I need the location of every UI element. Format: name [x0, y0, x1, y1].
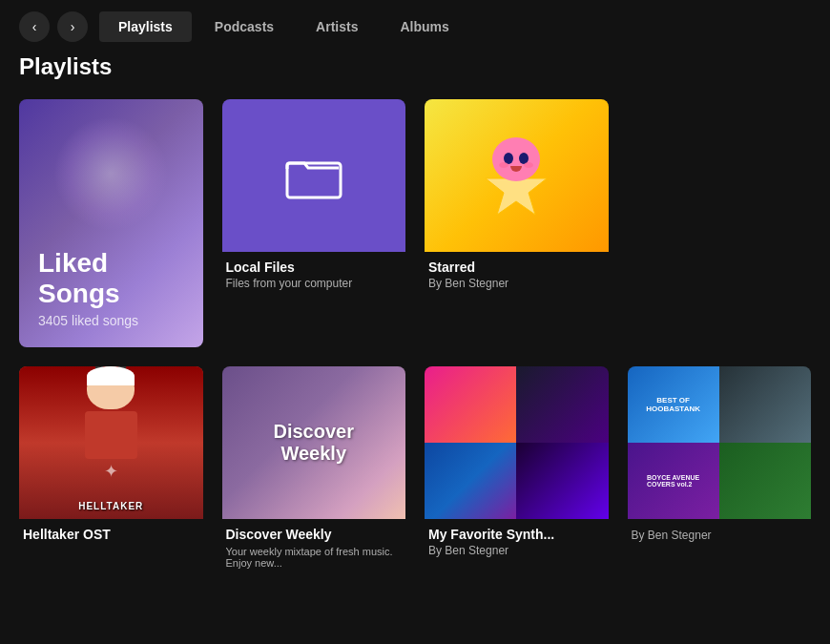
local-files-image — [222, 99, 406, 252]
forward-button[interactable]: › — [57, 11, 88, 42]
liked-songs-title: Liked Songs — [38, 248, 184, 309]
starred-image — [425, 99, 609, 252]
starred-card[interactable]: Starred By Ben Stegner — [425, 99, 609, 347]
synth-cell-3 — [425, 443, 516, 519]
ht-head — [87, 366, 135, 409]
ht-body — [85, 411, 137, 459]
back-button[interactable]: ‹ — [19, 11, 50, 42]
discover-subtitle: Your weekly mixtape of fresh music. Enjo… — [226, 546, 403, 569]
synth-cell-2 — [516, 366, 608, 443]
synth-cell-4 — [516, 443, 608, 519]
discover-info: Discover Weekly Your weekly mixtape of f… — [222, 519, 406, 576]
playlist-grid-row2: ✦ HELLTAKER Helltaker OST DiscoverWeekly… — [19, 366, 811, 576]
folder-icon — [285, 152, 342, 199]
bestof-cell-4 — [719, 443, 811, 519]
bestof-cell-2 — [719, 366, 811, 443]
local-files-info: Local Files Files from your computer — [222, 252, 406, 298]
ht-hair — [87, 366, 135, 385]
playlist-grid-row1: Liked Songs 3405 liked songs Local Files… — [19, 99, 811, 347]
bestof-image: BEST OFHOOBASTANK BOYCE AVENUECOVERS vol… — [628, 366, 812, 519]
kirby-blush-left — [499, 162, 508, 168]
starred-subtitle: By Ben Stegner — [428, 277, 605, 290]
liked-songs-count: 3405 liked songs — [38, 313, 184, 328]
main-content: Playlists Liked Songs 3405 liked songs L… — [0, 53, 830, 576]
starred-info: Starred By Ben Stegner — [425, 252, 609, 298]
helltaker-text: HELLTAKER — [78, 501, 143, 511]
bestof-cell-3: BOYCE AVENUECOVERS vol.2 — [628, 443, 719, 519]
synth-cell-1 — [425, 366, 516, 443]
discover-overlay: DiscoverWeekly — [274, 421, 355, 465]
kirby-body — [492, 137, 540, 181]
discover-label: DiscoverWeekly — [274, 421, 355, 465]
helltaker-info: Helltaker OST — [19, 519, 203, 550]
tab-playlists[interactable]: Playlists — [99, 11, 192, 42]
synth-subtitle: By Ben Stegner — [428, 544, 605, 557]
nav-arrows: ‹ › — [19, 11, 88, 42]
tab-podcasts[interactable]: Podcasts — [196, 11, 293, 42]
discover-title: Discover Weekly — [226, 527, 403, 542]
local-files-title: Local Files — [226, 260, 403, 275]
local-files-card[interactable]: Local Files Files from your computer — [222, 99, 406, 347]
helltaker-figure: ✦ — [73, 366, 149, 481]
synth-image — [425, 366, 609, 519]
bestof-info: By Ben Stegner — [628, 519, 812, 550]
page-title: Playlists — [19, 53, 811, 80]
liked-songs-card[interactable]: Liked Songs 3405 liked songs — [19, 99, 203, 347]
helltaker-art: ✦ HELLTAKER — [19, 366, 203, 519]
synth-title: My Favorite Synth... — [428, 527, 605, 542]
bestof-cell-1: BEST OFHOOBASTANK — [628, 366, 719, 443]
ht-symbol-icon: ✦ — [73, 461, 149, 482]
starred-title: Starred — [428, 260, 605, 275]
synth-info: My Favorite Synth... By Ben Stegner — [425, 519, 609, 565]
tab-albums[interactable]: Albums — [381, 11, 467, 42]
discover-weekly-card[interactable]: DiscoverWeekly Discover Weekly Your week… — [222, 366, 406, 576]
nav-tabs: Playlists Podcasts Artists Albums — [99, 11, 468, 42]
kirby-mouth — [510, 166, 522, 172]
kirby-figure — [468, 133, 564, 218]
local-files-subtitle: Files from your computer — [226, 277, 403, 290]
empty-cell — [628, 99, 812, 347]
discover-image: DiscoverWeekly — [222, 366, 406, 519]
helltaker-card[interactable]: ✦ HELLTAKER Helltaker OST — [19, 366, 203, 576]
bestof-card[interactable]: BEST OFHOOBASTANK BOYCE AVENUECOVERS vol… — [628, 366, 812, 576]
navigation-bar: ‹ › Playlists Podcasts Artists Albums — [0, 0, 830, 53]
helltaker-image: ✦ HELLTAKER — [19, 366, 203, 519]
bestof-subtitle: By Ben Stegner — [632, 529, 808, 542]
helltaker-title: Helltaker OST — [23, 527, 199, 542]
synth-card[interactable]: My Favorite Synth... By Ben Stegner — [425, 366, 609, 576]
tab-artists[interactable]: Artists — [297, 11, 377, 42]
kirby-blush-right — [524, 162, 533, 168]
